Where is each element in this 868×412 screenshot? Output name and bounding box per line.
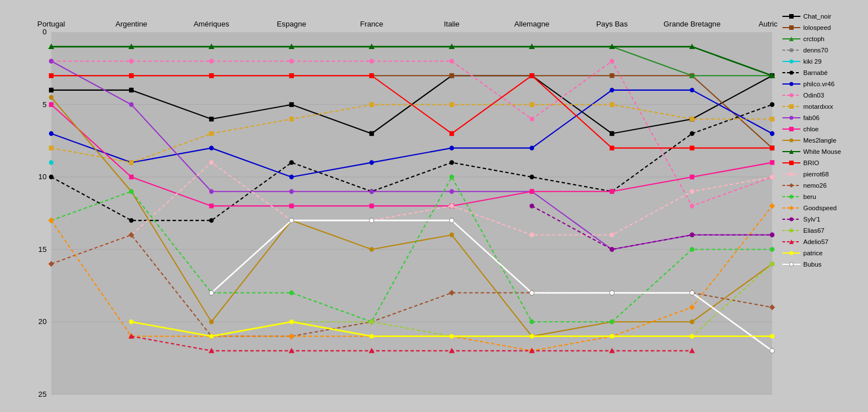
- svg-text:5: 5: [42, 100, 46, 109]
- svg-rect-88: [370, 102, 374, 107]
- svg-point-210: [690, 334, 695, 338]
- svg-rect-110: [529, 189, 534, 194]
- svg-point-68: [370, 160, 374, 165]
- y-axis-label: [0, 8, 17, 412]
- svg-rect-84: [49, 145, 54, 150]
- svg-point-69: [449, 145, 454, 150]
- svg-rect-25: [290, 102, 294, 107]
- legend-item: chloe: [782, 124, 863, 134]
- svg-point-249: [790, 172, 794, 176]
- svg-point-263: [790, 251, 794, 255]
- svg-point-73: [770, 131, 774, 136]
- svg-point-152: [690, 189, 695, 194]
- svg-point-55: [129, 218, 133, 223]
- svg-point-227: [790, 48, 794, 52]
- legend-label: Barnabé: [803, 69, 827, 76]
- legend-item: motardxxx: [782, 101, 863, 112]
- svg-marker-251: [789, 183, 794, 188]
- svg-rect-87: [290, 117, 294, 121]
- legend-item: pierrot68: [782, 169, 863, 179]
- svg-point-169: [449, 175, 454, 179]
- svg-point-80: [529, 117, 534, 121]
- svg-point-212: [209, 290, 213, 295]
- svg-rect-141: [609, 145, 614, 150]
- svg-point-76: [209, 59, 213, 63]
- legend-label: pierrot68: [803, 171, 829, 178]
- svg-rect-137: [290, 73, 294, 78]
- svg-point-54: [49, 175, 54, 179]
- legend-item: beru: [782, 192, 863, 202]
- legend-item: crctoph: [782, 34, 863, 44]
- svg-point-206: [370, 334, 374, 338]
- svg-point-219: [770, 348, 774, 353]
- svg-point-229: [790, 60, 794, 64]
- legend-label: BRIO: [803, 160, 819, 166]
- legend-label: kiki 29: [803, 58, 822, 65]
- svg-rect-111: [609, 189, 614, 194]
- svg-point-99: [449, 189, 454, 194]
- svg-point-64: [49, 131, 54, 136]
- svg-text:Grande Bretagne: Grande Bretagne: [664, 19, 720, 28]
- svg-point-172: [690, 247, 695, 251]
- svg-rect-135: [129, 73, 133, 78]
- svg-point-259: [790, 229, 794, 233]
- svg-point-79: [449, 59, 454, 63]
- svg-rect-39: [609, 73, 614, 78]
- svg-rect-85: [129, 160, 133, 165]
- svg-rect-247: [789, 161, 794, 165]
- svg-point-211: [770, 334, 774, 338]
- svg-point-239: [790, 116, 794, 120]
- svg-point-185: [609, 247, 614, 251]
- legend-label: Bubus: [803, 261, 822, 268]
- legend-label: White Mouse: [803, 148, 841, 155]
- svg-text:Autriche: Autriche: [759, 19, 778, 28]
- chart-container: 0510152025PortugalArgentineAmériquesEspa…: [0, 0, 868, 412]
- svg-point-208: [529, 334, 534, 338]
- legend-label: nemo26: [803, 182, 827, 189]
- svg-rect-29: [609, 131, 614, 136]
- svg-point-77: [290, 59, 294, 63]
- svg-point-207: [449, 334, 454, 338]
- svg-rect-22: [49, 88, 54, 92]
- svg-rect-89: [449, 102, 454, 107]
- main-chart-svg: 0510152025PortugalArgentineAmériquesEspa…: [17, 8, 778, 412]
- svg-point-173: [770, 247, 774, 251]
- svg-point-149: [449, 203, 454, 208]
- svg-point-72: [690, 88, 695, 92]
- svg-point-209: [609, 334, 614, 338]
- svg-point-119: [449, 233, 454, 237]
- legend-item: denns70: [782, 45, 863, 55]
- svg-point-214: [370, 218, 374, 223]
- legend-label: Goodspeed: [803, 205, 836, 211]
- svg-rect-108: [370, 203, 374, 208]
- svg-text:0: 0: [42, 28, 46, 36]
- legend-item: Adelio57: [782, 237, 863, 247]
- legend-label: Elias67: [803, 227, 825, 234]
- svg-point-70: [529, 145, 534, 150]
- svg-rect-107: [290, 203, 294, 208]
- svg-point-57: [290, 160, 294, 165]
- svg-point-217: [609, 290, 614, 295]
- legend-item: Goodspeed: [782, 203, 863, 213]
- svg-text:Italie: Italie: [444, 19, 460, 28]
- svg-rect-143: [770, 145, 774, 150]
- chart-title: [0, 0, 868, 8]
- legend-item: Mes2langle: [782, 135, 863, 145]
- legend-label: fab06: [803, 114, 820, 121]
- svg-text:Amériques: Amériques: [194, 19, 229, 28]
- legend-item: fab06: [782, 113, 863, 123]
- svg-point-56: [209, 218, 213, 223]
- svg-point-151: [609, 233, 614, 237]
- legend-item: BRIO: [782, 158, 863, 168]
- svg-text:Espagne: Espagne: [277, 19, 306, 28]
- legend-label: Chat_noir: [803, 13, 831, 20]
- svg-point-243: [790, 139, 794, 143]
- chart-and-legend: 0510152025PortugalArgentineAmériquesEspa…: [17, 8, 868, 412]
- svg-point-59: [449, 160, 454, 165]
- svg-point-235: [790, 94, 794, 98]
- svg-point-82: [690, 203, 695, 208]
- svg-text:25: 25: [38, 389, 47, 398]
- svg-point-63: [770, 102, 774, 107]
- legend-label: Mes2langle: [803, 137, 836, 144]
- svg-point-122: [690, 320, 695, 324]
